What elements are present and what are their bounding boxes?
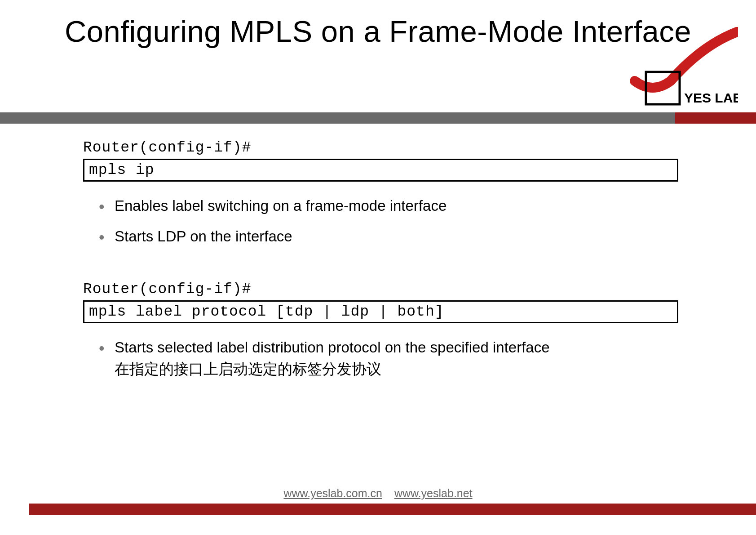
logo-text: YES LAB [684,90,738,105]
cli-command-box-2: mpls label protocol [tdp | ldp | both] [83,300,678,323]
bullet-list-1: Enables label switching on a frame-mode … [83,195,702,247]
cli-prompt-1: Router(config-if)# [83,139,702,156]
footer-links: www.yeslab.com.cn www.yeslab.net [0,487,756,500]
yeslab-logo: YES LAB [612,27,738,108]
footer-link-2[interactable]: www.yeslab.net [394,487,473,499]
header-divider-gray [0,112,756,124]
footer-link-1[interactable]: www.yeslab.com.cn [283,487,382,499]
bullet-text-en: Starts selected label distribution proto… [115,339,550,356]
slide-content: Router(config-if)# mpls ip Enables label… [83,139,702,406]
header-divider-red [675,112,756,124]
bullet-text-cn: 在指定的接口上启动选定的标签分发协议 [115,358,702,380]
bullet-list-2: Starts selected label distribution proto… [83,337,702,380]
list-item: Starts selected label distribution proto… [99,337,702,380]
footer-bar-red [29,504,756,515]
list-item: Starts LDP on the interface [99,226,702,247]
list-item: Enables label switching on a frame-mode … [99,195,702,217]
cli-command-box-1: mpls ip [83,159,678,182]
cli-prompt-2: Router(config-if)# [83,281,702,298]
